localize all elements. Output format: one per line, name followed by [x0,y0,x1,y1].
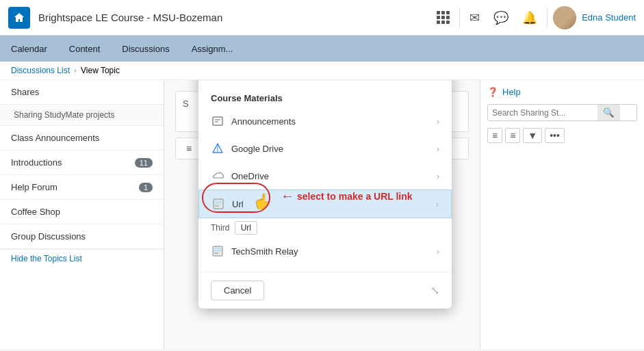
url-label: Url [232,199,244,209]
modal-item-announcements[interactable]: Announcements › [198,107,452,135]
onedrive-icon [211,169,224,183]
resize-handle: ⤡ [430,284,439,297]
help-button[interactable]: ❓ Help [487,87,637,97]
url-arrow: › [436,199,439,209]
annotation: ← select to make a URL link [281,188,413,204]
chat-button[interactable]: 💬 [489,6,513,29]
modal-item-google-drive[interactable]: Google Drive › [198,135,452,162]
google-drive-arrow: › [437,144,439,154]
modal-item-left: Announcements [211,114,296,128]
mail-button[interactable]: ✉ [465,6,484,29]
toolbar-align-left[interactable]: ≡ [181,141,196,156]
divider2 [547,8,548,28]
modal-body: Course Materials Announcements › [198,81,452,272]
modal-item-onedrive[interactable]: OneDrive › [198,162,452,190]
nav-calendar[interactable]: Calendar [0,36,58,62]
cancel-button[interactable]: Cancel [211,281,264,300]
modal-item-left: OneDrive [211,169,269,183]
content-area: S ≡ ≡ ▼ ••• Insert Quicklink × Course Ma… [164,80,480,349]
user-name: Edna Student [582,12,636,23]
onedrive-arrow: › [437,171,439,181]
techsmith-icon [211,244,224,258]
help-label: Help [502,87,521,97]
right-toolbar-btn-1[interactable]: ≡ [487,128,502,143]
search-input[interactable] [488,105,597,120]
divider [459,8,460,28]
modal-item-left: TechSmith Relay [211,244,298,258]
modal-item-left: Google Drive [211,142,283,155]
avatar [553,6,576,29]
svg-rect-6 [215,200,222,205]
onedrive-label: OneDrive [231,171,269,181]
svg-rect-9 [214,248,221,252]
sidebar: Shares Sharing StudyMate projects Class … [0,80,164,349]
top-icons: ✉ 💬 🔔 Edna Student [433,6,636,29]
grid-icon [437,11,450,24]
right-panel: ❓ Help 🔍 ≡ ≡ ▼ ••• [480,80,644,349]
sidebar-item-shares[interactable]: Shares [0,80,164,105]
sidebar-item-introductions[interactable]: Introductions 11 [0,151,164,175]
svg-rect-0 [213,117,222,125]
search-button[interactable]: 🔍 [597,105,620,120]
user-area[interactable]: Edna Student [553,6,636,29]
nav-content[interactable]: Content [58,36,112,62]
cursor-hand-icon: 👆 [253,193,272,211]
annotation-text: select to make a URL link [297,191,413,202]
third-row: Third Url [198,218,452,237]
hide-topics-link[interactable]: Hide the Topics List [0,249,164,268]
url-icon [211,197,225,211]
sidebar-subitem-studymate[interactable]: Sharing StudyMate projects [0,105,164,126]
help-forum-badge: 1 [139,183,153,192]
announcements-label: Announcements [231,116,296,127]
sidebar-item-coffee-shop[interactable]: Coffee Shop [0,200,164,224]
top-bar: Brightspace LE Course - MSU-Bozeman ✉ 💬 … [0,0,644,36]
arrow-icon: ← [281,188,294,204]
breadcrumb-discussions[interactable]: Discussions List [11,66,70,75]
home-button[interactable] [8,7,30,29]
sidebar-item-help-forum[interactable]: Help Forum 1 [0,175,164,200]
techsmith-arrow: › [437,246,439,257]
search-box: 🔍 [487,104,637,121]
second-nav: Calendar Content Discussions Assignm... [0,36,644,62]
breadcrumb-current: View Topic [81,66,120,75]
breadcrumb-sep: › [74,66,77,75]
main-layout: Shares Sharing StudyMate projects Class … [0,80,644,349]
modal-item-techsmith[interactable]: TechSmith Relay › [198,237,452,265]
right-toolbar-more[interactable]: ••• [545,128,565,143]
avatar-img [553,6,576,29]
modal-item-left: Url [211,197,244,211]
nav-discussions[interactable]: Discussions [111,36,180,62]
sidebar-item-class-announcements[interactable]: Class Announcements [0,126,164,151]
grid-button[interactable] [433,7,454,28]
course-title: Brightspace LE Course - MSU-Bozeman [38,12,424,23]
introductions-badge: 11 [135,158,153,168]
bell-button[interactable]: 🔔 [518,6,541,29]
modal-section-header: Course Materials [198,88,452,107]
right-toolbar-btn-2[interactable]: ≡ [505,128,520,143]
right-toolbar-buttons: ≡ ≡ ▼ ••• [487,128,637,143]
url-tooltip: Url [235,221,257,235]
right-toolbar-dropdown[interactable]: ▼ [523,128,542,143]
modal-footer: Cancel ⤡ [198,272,452,309]
help-icon: ❓ [487,87,498,97]
google-drive-label: Google Drive [231,144,283,154]
techsmith-label: TechSmith Relay [231,246,298,257]
google-drive-icon [211,142,224,155]
content-text-s: S [183,99,189,109]
right-toolbar: ≡ ≡ ▼ ••• [487,128,637,143]
announcements-arrow: › [437,116,439,127]
sidebar-item-group-discussions[interactable]: Group Discussions [0,224,164,249]
nav-assignments[interactable]: Assignm... [181,36,244,62]
announcements-icon [211,114,224,128]
breadcrumb: Discussions List › View Topic [0,62,644,80]
